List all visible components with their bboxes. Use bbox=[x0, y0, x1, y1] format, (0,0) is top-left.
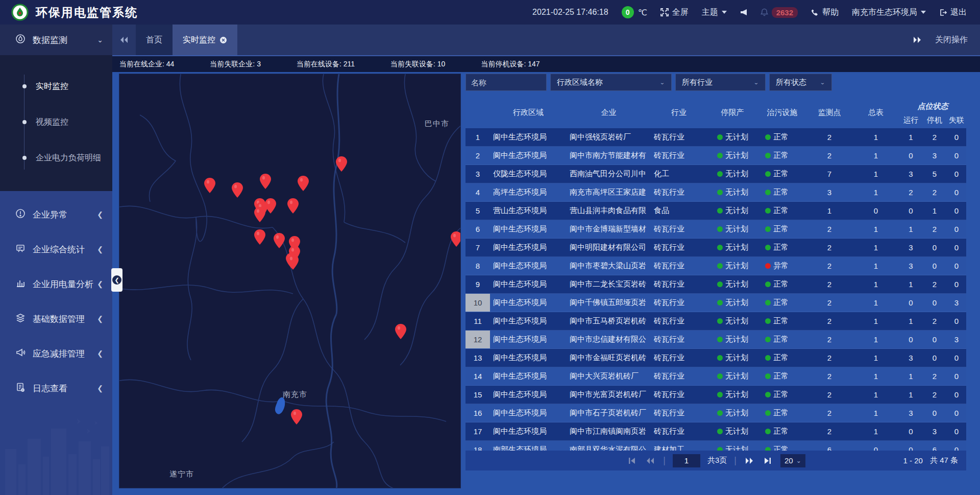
cell-stop-limit: 无计划 bbox=[707, 404, 758, 422]
table-row[interactable]: 8 阆中生态环境局 阆中市枣碧大梁山页岩 砖瓦行业 无计划 异常 2 1 3 0… bbox=[465, 257, 966, 275]
sound-button[interactable] bbox=[740, 9, 747, 16]
table-row[interactable]: 9 阆中生态环境局 阆中市二龙长宝页岩砖 砖瓦行业 无计划 正常 2 1 1 2… bbox=[465, 275, 966, 294]
map-panel[interactable]: 巴中市南充市遂宁市 bbox=[119, 74, 461, 488]
sidebar-item-3[interactable]: 企业用电量分析❮ bbox=[0, 267, 112, 301]
map-pin-icon[interactable] bbox=[274, 233, 285, 248]
notification-count-badge: 2632 bbox=[772, 7, 798, 18]
table-row[interactable]: 6 阆中生态环境局 阆中市金博瑞新型墙材 砖瓦行业 无计划 正常 2 1 1 2… bbox=[465, 220, 966, 239]
tabs-scroll-left-button[interactable] bbox=[112, 25, 136, 55]
map-pin-icon[interactable] bbox=[260, 174, 271, 189]
user-org-dropdown[interactable]: 南充市生态环境局 bbox=[852, 7, 926, 18]
table-row[interactable]: 14 阆中生态环境局 阆中大兴页岩机砖厂 砖瓦行业 无计划 正常 2 1 1 2… bbox=[465, 367, 966, 386]
cell-pollution-facility: 正常 bbox=[758, 294, 806, 312]
sidebar-collapse-handle[interactable]: ❮ bbox=[111, 268, 122, 292]
cell-lost: 3 bbox=[947, 294, 966, 312]
theme-dropdown[interactable]: 主题 bbox=[702, 7, 727, 18]
page-number-input[interactable] bbox=[673, 454, 700, 467]
cell-monitor-points: 2 bbox=[806, 367, 852, 385]
region-filter-select[interactable]: 行政区域名称⌄ bbox=[550, 74, 672, 91]
map-pin-icon[interactable] bbox=[395, 324, 406, 339]
sidebar-item-0[interactable]: 数据监测⌄ bbox=[0, 25, 112, 55]
cell-company: 阆中市金福旺页岩机砖 bbox=[567, 349, 651, 367]
cell-stop-limit: 无计划 bbox=[707, 367, 758, 385]
table-row[interactable]: 10 阆中生态环境局 阆中千佛镇五郎垭页岩 砖瓦行业 无计划 正常 2 1 0 … bbox=[465, 294, 966, 312]
first-page-button[interactable] bbox=[626, 455, 638, 466]
help-button[interactable]: 帮助 bbox=[811, 7, 839, 18]
tab-realtime-monitor[interactable]: 实时监控 bbox=[173, 25, 237, 55]
tab-close-icon[interactable] bbox=[219, 36, 227, 44]
cell-running: 0 bbox=[899, 331, 922, 348]
cell-stopped: 5 bbox=[922, 165, 947, 183]
sidebar-item-2[interactable]: 企业综合统计❮ bbox=[0, 232, 112, 267]
status-dot bbox=[717, 134, 723, 140]
cell-running: 0 bbox=[899, 202, 922, 220]
cell-stop-limit: 无计划 bbox=[707, 331, 758, 348]
table-row[interactable]: 2 阆中生态环境局 阆中市南方节能建材有 砖瓦行业 无计划 正常 2 1 0 3… bbox=[465, 147, 966, 165]
name-filter-input[interactable] bbox=[465, 74, 547, 91]
map-pin-icon[interactable] bbox=[336, 156, 347, 172]
map-pin-icon[interactable] bbox=[298, 176, 309, 191]
map-pin-icon[interactable] bbox=[254, 229, 265, 245]
double-arrow-right-icon[interactable] bbox=[913, 36, 922, 43]
cell-lost: 3 bbox=[947, 331, 966, 348]
cell-running: 2 bbox=[899, 183, 922, 201]
cell-stopped: 2 bbox=[922, 183, 947, 201]
cell-pollution-facility: 正常 bbox=[758, 165, 806, 183]
cell-pollution-facility: 正常 bbox=[758, 183, 806, 201]
cell-industry: 砖瓦行业 bbox=[651, 128, 707, 146]
logout-button[interactable]: 退出 bbox=[939, 7, 967, 18]
table-row[interactable]: 11 阆中生态环境局 阆中市五马桥页岩机砖 砖瓦行业 无计划 正常 2 1 1 … bbox=[465, 312, 966, 331]
stats-bar: 当前在线企业: 44 当前失联企业: 3 当前在线设备: 211 当前失联设备:… bbox=[112, 56, 980, 72]
cell-stop-limit: 无计划 bbox=[707, 294, 758, 312]
map-pin-icon[interactable] bbox=[204, 178, 215, 193]
table-row[interactable]: 7 阆中生态环境局 阆中明阳建材有限公司 砖瓦行业 无计划 正常 2 1 3 0… bbox=[465, 239, 966, 257]
cell-lost: 0 bbox=[947, 275, 966, 293]
sidebar-subitem-0[interactable]: 实时监控 bbox=[0, 68, 112, 104]
map-pin-icon[interactable] bbox=[287, 198, 299, 214]
status-dot bbox=[765, 245, 771, 250]
prev-page-button[interactable] bbox=[645, 455, 656, 466]
status-dot bbox=[717, 226, 723, 232]
map-pin-icon[interactable] bbox=[254, 207, 265, 222]
megaphone-icon bbox=[15, 347, 26, 360]
row-number: 10 bbox=[465, 294, 490, 312]
sidebar-item-6[interactable]: 日志查看❮ bbox=[0, 371, 112, 406]
status-dot bbox=[765, 153, 771, 158]
notifications-button[interactable]: 2632 bbox=[761, 7, 798, 18]
map-pin-icon[interactable] bbox=[451, 231, 461, 247]
last-page-button[interactable] bbox=[762, 455, 773, 466]
page-size-select[interactable]: 20⌄ bbox=[780, 454, 805, 467]
tab-home[interactable]: 首页 bbox=[136, 25, 173, 55]
map-pin-icon[interactable] bbox=[287, 254, 299, 270]
cell-total-meter: 1 bbox=[852, 183, 899, 201]
industry-filter-select[interactable]: 所有行业⌄ bbox=[675, 74, 766, 91]
table-row[interactable]: 18 南部生态环境局 南部县双华水泥有限公 建材加工 无计划 正常 6 0 0 … bbox=[465, 441, 966, 451]
cell-region: 阆中生态环境局 bbox=[490, 294, 567, 312]
table-row[interactable]: 13 阆中生态环境局 阆中市金福旺页岩机砖 砖瓦行业 无计划 正常 2 1 3 … bbox=[465, 349, 966, 367]
table-row[interactable]: 4 高坪生态环境局 南充市高坪区王家店建 砖瓦行业 无计划 正常 3 1 2 2… bbox=[465, 183, 966, 202]
status-filter-select[interactable]: 所有状态⌄ bbox=[769, 74, 832, 91]
cell-stopped: 0 bbox=[922, 239, 947, 256]
table-row[interactable]: 3 仪陇生态环境局 西南油气田分公司川中 化工 无计划 正常 7 1 3 5 0 bbox=[465, 165, 966, 183]
cell-stopped: 0 bbox=[922, 349, 947, 367]
map-pin-icon[interactable] bbox=[291, 409, 302, 425]
sidebar-item-4[interactable]: 基础数据管理❮ bbox=[0, 301, 112, 336]
sidebar-subitem-2[interactable]: 企业电力负荷明细 bbox=[0, 140, 112, 176]
map-pin-icon[interactable] bbox=[265, 198, 276, 214]
col-header-stop-limit: 停限产 bbox=[707, 97, 758, 128]
table-row[interactable]: 5 营山生态环境局 营山县润丰肉食品有限 食品 无计划 正常 1 0 0 1 0 bbox=[465, 202, 966, 220]
map-pin-icon[interactable] bbox=[232, 182, 243, 198]
sidebar-item-1[interactable]: 企业异常❮ bbox=[0, 197, 112, 232]
table-row[interactable]: 15 阆中生态环境局 阆中市光富页岩机砖厂 砖瓦行业 无计划 正常 2 1 1 … bbox=[465, 386, 966, 404]
sidebar-subitem-1[interactable]: 视频监控 bbox=[0, 104, 112, 140]
next-page-button[interactable] bbox=[744, 455, 755, 466]
sidebar-item-5[interactable]: 应急减排管理❮ bbox=[0, 336, 112, 371]
table-row[interactable]: 16 阆中生态环境局 阆中市石子页岩机砖厂 砖瓦行业 无计划 正常 2 1 3 … bbox=[465, 404, 966, 422]
cell-stopped: 1 bbox=[922, 202, 947, 220]
table-row[interactable]: 12 阆中生态环境局 阆中市忠信建材有限公 砖瓦行业 无计划 正常 2 1 0 … bbox=[465, 331, 966, 349]
fullscreen-button[interactable]: 全屏 bbox=[660, 7, 689, 18]
close-operations-button[interactable]: 关闭操作 bbox=[935, 35, 968, 45]
bar-chart-icon bbox=[15, 278, 26, 290]
table-row[interactable]: 17 阆中生态环境局 阆中市江南镇阆南页岩 砖瓦行业 无计划 正常 2 1 0 … bbox=[465, 422, 966, 441]
table-row[interactable]: 1 阆中生态环境局 阆中强锐页岩砖厂 砖瓦行业 无计划 正常 2 1 1 2 0 bbox=[465, 128, 966, 147]
